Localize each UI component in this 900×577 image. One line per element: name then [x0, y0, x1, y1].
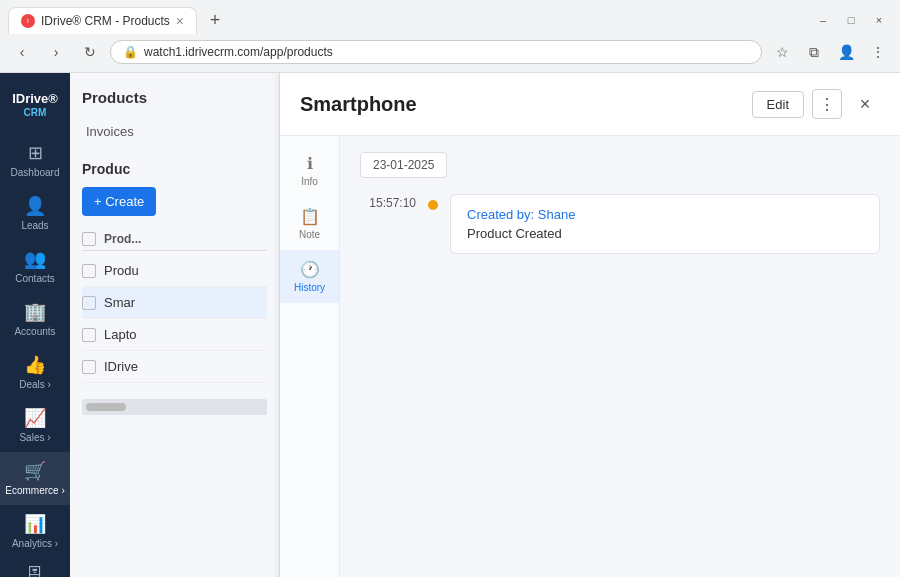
products-submenu: Invoices: [70, 114, 279, 149]
tab-history-label: History: [294, 282, 325, 293]
sidebar-item-contacts[interactable]: 👥 Contacts: [0, 240, 70, 293]
detail-panel: Smartphone Edit ⋮ × ℹ Info 📋 Note: [280, 73, 900, 577]
history-date-badge: 23-01-2025: [360, 152, 447, 178]
toolbar-actions: ☆ ⧉ 👤 ⋮: [768, 38, 892, 66]
scrollbar-thumb: [86, 403, 126, 411]
window-controls: – □ ×: [810, 7, 892, 33]
sidebar-label-dashboard: Dashboard: [11, 167, 60, 179]
minimize-btn[interactable]: –: [810, 7, 836, 33]
deals-icon: 👍: [24, 354, 46, 376]
browser-toolbar: ‹ › ↻ 🔒 watch1.idrivecrm.com/app/product…: [0, 34, 900, 72]
tab-note-label: Note: [299, 229, 320, 240]
new-tab-btn[interactable]: +: [201, 6, 229, 34]
product-name-3: Lapto: [104, 327, 137, 342]
products-table-area: Produc + Create Prod... Produ Smar Lapto: [70, 149, 279, 395]
forward-btn[interactable]: ›: [42, 38, 70, 66]
tab-info[interactable]: ℹ Info: [280, 144, 339, 197]
sidebar-item-ecommerce[interactable]: 🛒 Ecommerce ›: [0, 452, 70, 505]
logo-idrive: IDrive®: [12, 91, 58, 106]
edit-button[interactable]: Edit: [752, 91, 804, 118]
detail-header: Smartphone Edit ⋮ ×: [280, 73, 900, 136]
extensions-icon[interactable]: ⧉: [800, 38, 828, 66]
products-panel: Products Invoices Produc + Create Prod..…: [70, 73, 280, 577]
tab-history[interactable]: 🕐 History: [280, 250, 339, 303]
sidebar-item-dashboard[interactable]: ⊞ Dashboard: [0, 134, 70, 187]
sales-icon: 📈: [24, 407, 46, 429]
app: IDrive® CRM ⊞ Dashboard 👤 Leads 👥 Contac…: [0, 73, 900, 577]
created-by-label: Created by:: [467, 207, 534, 222]
browser-chrome: i IDrive® CRM - Products × + – □ × ‹ › ↻…: [0, 0, 900, 73]
history-action: Product Created: [467, 226, 863, 241]
table-header-row: Prod...: [82, 228, 267, 251]
row-checkbox-2[interactable]: [82, 296, 96, 310]
url-text: watch1.idrivecrm.com/app/products: [144, 45, 749, 59]
menu-icon[interactable]: ⋮: [864, 38, 892, 66]
analytics-icon: 📊: [24, 513, 46, 535]
history-dot: [428, 200, 438, 210]
bookmark-icon[interactable]: ☆: [768, 38, 796, 66]
profile-icon[interactable]: 👤: [832, 38, 860, 66]
sidebar: IDrive® CRM ⊞ Dashboard 👤 Leads 👥 Contac…: [0, 73, 70, 577]
sidebar-item-deals[interactable]: 👍 Deals ›: [0, 346, 70, 399]
table-col-header: Prod...: [104, 232, 141, 246]
table-row[interactable]: Produ: [82, 255, 267, 287]
products-header: Products: [70, 73, 279, 114]
row-checkbox-1[interactable]: [82, 264, 96, 278]
horizontal-scrollbar[interactable]: [82, 399, 267, 415]
address-bar[interactable]: 🔒 watch1.idrivecrm.com/app/products: [110, 40, 762, 64]
history-tab-icon: 🕐: [300, 260, 320, 279]
sidebar-label-contacts: Contacts: [15, 273, 54, 285]
history-card: Created by: Shane Product Created: [450, 194, 880, 254]
security-icon: 🔒: [123, 45, 138, 59]
ecommerce-icon: 🛒: [24, 460, 46, 482]
created-by-name: Shane: [538, 207, 576, 222]
browser-tab[interactable]: i IDrive® CRM - Products ×: [8, 7, 197, 34]
accounts-icon: 🏢: [24, 301, 46, 323]
create-product-btn[interactable]: + Create: [82, 187, 156, 216]
sidebar-item-analytics[interactable]: 📊 Analytics ›: [0, 505, 70, 558]
contacts-icon: 👥: [24, 248, 46, 270]
tab-close-btn[interactable]: ×: [176, 14, 184, 28]
table-row[interactable]: Lapto: [82, 319, 267, 351]
sidebar-label-deals: Deals ›: [19, 379, 51, 391]
data-migration-icon: 🗄: [26, 566, 44, 577]
sidebar-label-ecommerce: Ecommerce ›: [5, 485, 64, 497]
product-name-2: Smar: [104, 295, 135, 310]
note-tab-icon: 📋: [300, 207, 320, 226]
header-checkbox[interactable]: [82, 232, 96, 246]
leads-icon: 👤: [24, 195, 46, 217]
main-content: Products Invoices Produc + Create Prod..…: [70, 73, 900, 577]
more-options-btn[interactable]: ⋮: [812, 89, 842, 119]
sidebar-label-sales: Sales ›: [19, 432, 50, 444]
back-btn[interactable]: ‹: [8, 38, 36, 66]
table-row[interactable]: IDrive: [82, 351, 267, 383]
dashboard-icon: ⊞: [28, 142, 43, 164]
table-row-selected[interactable]: Smar: [82, 287, 267, 319]
window-close-btn[interactable]: ×: [866, 7, 892, 33]
sidebar-label-analytics: Analytics ›: [12, 538, 58, 550]
row-checkbox-4[interactable]: [82, 360, 96, 374]
history-time: 15:57:10: [360, 194, 416, 210]
reload-btn[interactable]: ↻: [76, 38, 104, 66]
sidebar-item-sales[interactable]: 📈 Sales ›: [0, 399, 70, 452]
history-created-by: Created by: Shane: [467, 207, 863, 222]
sidebar-item-data-migration[interactable]: 🗄 Data Migration: [0, 558, 70, 577]
logo-crm: CRM: [24, 107, 47, 118]
info-tab-icon: ℹ: [307, 154, 313, 173]
detail-body: ℹ Info 📋 Note 🕐 History 23-01-2025: [280, 136, 900, 577]
close-detail-btn[interactable]: ×: [850, 89, 880, 119]
invoices-menu-item[interactable]: Invoices: [70, 116, 279, 147]
history-dot-col: [428, 194, 438, 210]
maximize-btn[interactable]: □: [838, 7, 864, 33]
sidebar-logo: IDrive® CRM: [8, 83, 62, 126]
side-tabs: ℹ Info 📋 Note 🕐 History: [280, 136, 340, 577]
products-table-title: Produc: [82, 161, 267, 177]
tab-favicon: i: [21, 14, 35, 28]
sidebar-item-leads[interactable]: 👤 Leads: [0, 187, 70, 240]
tab-info-label: Info: [301, 176, 318, 187]
tab-title: IDrive® CRM - Products: [41, 14, 170, 28]
sidebar-item-accounts[interactable]: 🏢 Accounts: [0, 293, 70, 346]
detail-title: Smartphone: [300, 93, 752, 116]
tab-note[interactable]: 📋 Note: [280, 197, 339, 250]
row-checkbox-3[interactable]: [82, 328, 96, 342]
